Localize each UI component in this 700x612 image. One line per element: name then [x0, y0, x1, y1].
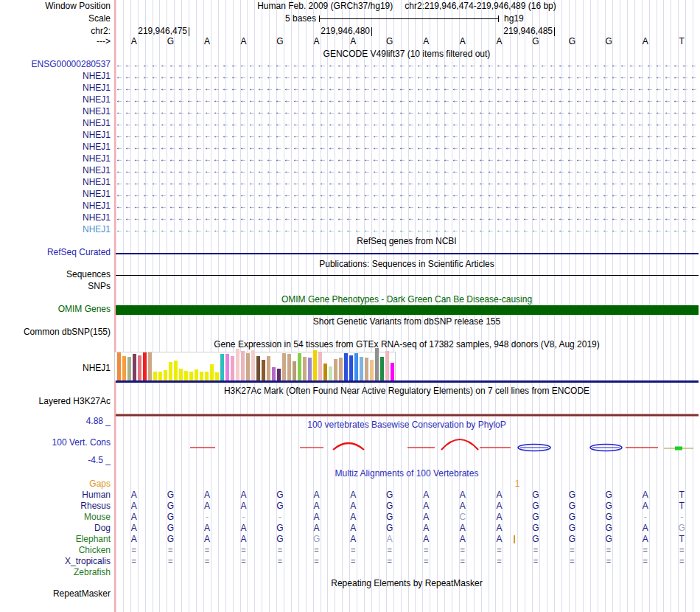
gene-transcript-arrow-line[interactable]: ←←←←←←←←←←←←←←←←←←←←←←←←←←←←←←←←←←←←←←←←…	[116, 83, 699, 94]
species-row-label[interactable]: Human	[0, 490, 111, 500]
gtex-bar[interactable]	[303, 357, 307, 380]
gene-transcript-arrow-line[interactable]: ←←←←←←←←←←←←←←←←←←←←←←←←←←←←←←←←←←←←←←←←…	[116, 201, 699, 212]
gtex-bar[interactable]	[225, 354, 229, 380]
gtex-bar[interactable]	[339, 358, 343, 380]
gene-transcript-arrow-line[interactable]: ←←←←←←←←←←←←←←←←←←←←←←←←←←←←←←←←←←←←←←←←…	[116, 178, 699, 188]
refseq-curated-label[interactable]: RefSeq Curated	[0, 248, 111, 257]
phylop-wiggle-plot[interactable]	[116, 435, 700, 462]
species-row-label[interactable]: X_tropicalis	[0, 557, 111, 566]
h3k27ac-signal-band[interactable]	[116, 414, 699, 417]
gene-transcript-arrow-line[interactable]: ←←←←←←←←←←←←←←←←←←←←←←←←←←←←←←←←←←←←←←←←…	[116, 131, 699, 141]
gtex-bar[interactable]	[231, 356, 234, 380]
gene-row-label[interactable]: NHEJ1	[0, 72, 111, 81]
gtex-bar[interactable]	[127, 357, 131, 380]
gtex-bar[interactable]	[318, 352, 322, 380]
gene-transcript-arrow-line[interactable]: ←←←←←←←←←←←←←←←←←←←←←←←←←←←←←←←←←←←←←←←←…	[116, 154, 699, 164]
gtex-bar[interactable]	[148, 352, 152, 380]
gtex-bar[interactable]	[133, 354, 136, 380]
gtex-bar[interactable]	[174, 361, 178, 380]
gtex-bar[interactable]	[329, 366, 332, 380]
gtex-bar[interactable]	[256, 356, 260, 380]
gtex-bar[interactable]	[195, 369, 198, 380]
refseq-curated-line[interactable]	[116, 253, 699, 254]
gtex-bar[interactable]	[143, 352, 147, 380]
gtex-bar[interactable]	[349, 355, 353, 380]
gene-row-label[interactable]: NHEJ1	[0, 131, 111, 140]
gtex-bar[interactable]	[262, 360, 265, 380]
gtex-bar[interactable]	[241, 351, 245, 380]
gtex-bar[interactable]	[158, 372, 162, 380]
gene-row-label[interactable]: NHEJ1	[0, 166, 111, 175]
gtex-bar[interactable]	[282, 353, 286, 380]
gene-row-label[interactable]: NHEJ1	[0, 189, 111, 199]
species-row-label[interactable]: Elephant	[0, 535, 111, 544]
gtex-bar[interactable]	[122, 356, 126, 380]
gtex-bar[interactable]	[251, 350, 255, 380]
gtex-bar[interactable]	[313, 350, 317, 380]
gene-transcript-arrow-line[interactable]: ←←←←←←←←←←←←←←←←←←←←←←←←←←←←←←←←←←←←←←←←…	[116, 119, 699, 129]
species-row-label[interactable]: Mouse	[0, 512, 111, 522]
sequences-label[interactable]: Sequences	[0, 270, 111, 279]
gtex-bar[interactable]	[293, 361, 296, 380]
gtex-bar[interactable]	[164, 370, 167, 380]
gtex-bar[interactable]	[169, 362, 172, 380]
phylop-track-label[interactable]: 100 Vert. Cons	[0, 438, 111, 448]
gene-transcript-arrow-line[interactable]: ←←←←←←←←←←←←←←←←←←←←←←←←←←←←←←←←←←←←←←←←…	[116, 166, 699, 176]
gene-transcript-arrow-line[interactable]: ←←←←←←←←←←←←←←←←←←←←←←←←←←←←←←←←←←←←←←←←…	[116, 95, 699, 105]
gene-row-label[interactable]: NHEJ1	[0, 142, 111, 152]
gene-row-label[interactable]: ENSG00000280537	[0, 60, 111, 69]
gtex-gene-label[interactable]: NHEJ1	[0, 364, 111, 373]
gene-transcript-arrow-line[interactable]: ←←←←←←←←←←←←←←←←←←←←←←←←←←←←←←←←←←←←←←←←…	[116, 225, 699, 235]
gtex-bar[interactable]	[200, 372, 203, 380]
gtex-bar[interactable]	[184, 371, 188, 380]
gtex-bar[interactable]	[138, 355, 141, 380]
gene-row-label[interactable]: NHEJ1	[0, 154, 111, 164]
gtex-bar[interactable]	[236, 349, 239, 380]
gtex-bar[interactable]	[308, 358, 312, 380]
gtex-bar[interactable]	[287, 354, 291, 380]
gene-row-label[interactable]: NHEJ1	[0, 95, 111, 105]
gtex-bar[interactable]	[215, 372, 219, 380]
gtex-bar[interactable]	[298, 353, 301, 380]
gene-transcript-arrow-line[interactable]: ←←←←←←←←←←←←←←←←←←←←←←←←←←←←←←←←←←←←←←←←…	[116, 213, 699, 223]
gtex-bar[interactable]	[267, 356, 270, 380]
gene-transcript-arrow-line[interactable]: ←←←←←←←←←←←←←←←←←←←←←←←←←←←←←←←←←←←←←←←←…	[116, 142, 699, 153]
gene-transcript-arrow-line[interactable]: ←←←←←←←←←←←←←←←←←←←←←←←←←←←←←←←←←←←←←←←←…	[116, 60, 699, 70]
gene-row-label[interactable]: NHEJ1	[0, 213, 111, 223]
gene-row-label[interactable]: NHEJ1	[0, 83, 111, 93]
gene-row-label[interactable]: NHEJ1	[0, 119, 111, 128]
gtex-bar[interactable]	[370, 360, 374, 380]
snps-label[interactable]: SNPs	[0, 282, 111, 291]
gtex-bar[interactable]	[334, 359, 337, 380]
gtex-bar[interactable]	[360, 357, 363, 380]
gtex-bar[interactable]	[117, 352, 121, 380]
species-row-label[interactable]: Gaps	[0, 479, 111, 489]
species-row-label[interactable]: Dog	[0, 524, 111, 533]
gtex-bar[interactable]	[246, 353, 250, 380]
gtex-bar[interactable]	[205, 372, 209, 380]
gene-transcript-arrow-line[interactable]: ←←←←←←←←←←←←←←←←←←←←←←←←←←←←←←←←←←←←←←←←…	[116, 189, 699, 200]
gtex-bar[interactable]	[365, 358, 368, 380]
gene-transcript-arrow-line[interactable]: ←←←←←←←←←←←←←←←←←←←←←←←←←←←←←←←←←←←←←←←←…	[116, 107, 699, 117]
gene-row-label[interactable]: NHEJ1	[0, 107, 111, 117]
sequences-line[interactable]	[116, 275, 699, 276]
omim-gene-bar[interactable]	[116, 305, 699, 315]
gtex-bar[interactable]	[323, 364, 327, 380]
gtex-bar[interactable]	[375, 348, 379, 380]
layered-h3k27ac-label[interactable]: Layered H3K27Ac	[0, 397, 111, 406]
species-row-label[interactable]: Zebrafish	[0, 568, 111, 577]
gtex-bar[interactable]	[380, 357, 384, 380]
gtex-bar[interactable]	[220, 354, 224, 380]
gtex-bar[interactable]	[189, 372, 193, 380]
gtex-bar[interactable]	[385, 351, 389, 380]
gtex-bar[interactable]	[179, 369, 183, 380]
repeatmasker-label[interactable]: RepeatMasker	[0, 589, 111, 599]
gtex-bar[interactable]	[277, 369, 281, 380]
omim-genes-label[interactable]: OMIM Genes	[0, 305, 111, 314]
gtex-bar[interactable]	[272, 367, 276, 380]
gtex-bar[interactable]	[391, 363, 394, 380]
gtex-bar[interactable]	[344, 353, 348, 380]
gene-row-label[interactable]: NHEJ1	[0, 201, 111, 211]
gene-transcript-arrow-line[interactable]: ←←←←←←←←←←←←←←←←←←←←←←←←←←←←←←←←←←←←←←←←…	[116, 72, 699, 82]
common-dbsnp-label[interactable]: Common dbSNP(155)	[0, 327, 111, 337]
